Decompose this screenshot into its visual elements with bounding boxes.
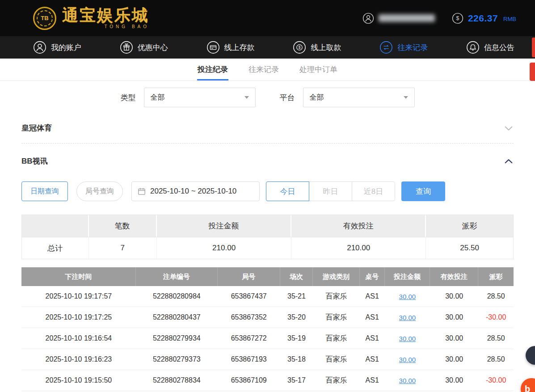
cell-game-type: 百家乐 [313, 286, 359, 307]
cell-game-type: 百家乐 [313, 349, 359, 370]
balance-display[interactable]: $ 226.37 RMB [452, 13, 516, 24]
cell-bet-id: 522880280437 [136, 307, 218, 328]
bet-amount-link[interactable]: 30.00 [399, 377, 416, 384]
crown-sports-title: 皇冠体育 [21, 123, 52, 133]
summary-total-payout: 25.50 [426, 237, 513, 259]
search-button[interactable]: 查询 [401, 181, 445, 201]
brand-name-cn: 通宝娱乐城 [62, 7, 149, 23]
date-query-button[interactable]: 日期查询 [21, 181, 68, 201]
section-bb-video: BB视讯 [21, 143, 514, 174]
platform-filter-select[interactable]: 全部 [303, 88, 415, 107]
nav-label: 线上取款 [311, 42, 341, 53]
tab-betting-records[interactable]: 投注纪录 [198, 59, 228, 80]
page: TB 通宝娱乐城 TONG BAO $ 226. [0, 0, 535, 392]
cell-bet-id: 522880278834 [136, 370, 218, 391]
bet-amount-link[interactable]: 30.00 [399, 314, 416, 321]
bet-amount-link[interactable]: 30.00 [399, 356, 416, 363]
payout-cell: 28.50 [478, 328, 514, 349]
nav-item-my-account[interactable]: 我的账户 [33, 41, 81, 54]
cell-valid-bet: 30.00 [430, 307, 478, 328]
today-button[interactable]: 今日 [266, 181, 309, 201]
header-game-type: 游戏类别 [313, 267, 359, 286]
table-row: 2025-10-10 19:16:23 522880279373 6538671… [21, 349, 514, 370]
floating-widget-button[interactable] [526, 346, 535, 365]
cell-bet-time: 2025-10-10 19:17:57 [21, 286, 136, 307]
round-query-button[interactable]: 局号查询 [76, 181, 123, 201]
filter-bar: 类型 全部 平台 全部 [0, 81, 535, 114]
chevron-up-icon[interactable] [504, 156, 514, 166]
chip-label: TB [37, 10, 53, 26]
edge-red-widget[interactable] [530, 63, 535, 81]
nav-item-announcements[interactable]: 信息公告 [466, 41, 514, 54]
brand-name-en: TONG BAO [62, 24, 149, 29]
cell-table-no: AS1 [360, 370, 385, 391]
date-range-input[interactable]: 2025-10-10 ~ 2025-10-10 [131, 181, 260, 201]
records-icon [379, 41, 393, 54]
nav-label: 我的账户 [51, 42, 81, 53]
table-row: 2025-10-10 19:17:57 522880280984 6538674… [21, 286, 514, 307]
cell-table-no: AS1 [360, 286, 385, 307]
header-right: $ 226.37 RMB [362, 13, 516, 24]
cell-bet-time: 2025-10-10 19:16:54 [21, 328, 136, 349]
brand-logo[interactable]: TB 通宝娱乐城 TONG BAO [33, 7, 149, 30]
bets-table-header: 下注时间 注单编号 局号 场次 游戏类别 桌号 投注金额 有效投注 派彩 [21, 267, 514, 286]
svg-text:$: $ [299, 45, 301, 50]
cell-game-type: 百家乐 [313, 370, 359, 391]
summary-header-row: 笔数 投注金额 有效投注 派彩 [22, 215, 513, 237]
cell-table-no: AS1 [360, 328, 385, 349]
deposit-icon [206, 41, 220, 54]
type-filter-value: 全部 [151, 93, 244, 102]
cell-valid-bet: 30.00 [430, 349, 478, 370]
chat-floating-button[interactable]: b [521, 378, 535, 392]
bet-amount-link[interactable]: 30.00 [399, 293, 416, 300]
payout-cell: 28.50 [478, 349, 514, 370]
records-tabbar: 投注纪录 往来记录 处理中订单 [0, 59, 535, 81]
cell-game-type: 百家乐 [313, 307, 359, 328]
withdraw-icon: $ [293, 41, 306, 54]
last-8-days-button[interactable]: 近8日 [352, 181, 395, 201]
dollar-coin-icon: $ [452, 13, 463, 24]
tab-transaction-records[interactable]: 往来记录 [249, 59, 279, 80]
nav-item-promotions[interactable]: 优惠中心 [120, 41, 168, 54]
bet-amount-link[interactable]: 30.00 [399, 335, 416, 342]
brand-text: 通宝娱乐城 TONG BAO [62, 7, 149, 29]
summary-header-valid-bet: 有效投注 [291, 215, 426, 237]
calendar-icon [138, 187, 146, 195]
cell-round-no: 653867109 [218, 370, 280, 391]
type-filter-select[interactable]: 全部 [144, 88, 256, 107]
summary-header-count: 笔数 [89, 215, 157, 237]
table-row: 2025-10-10 19:17:25 522880280437 6538673… [21, 307, 514, 328]
tab-processing-orders[interactable]: 处理中订单 [299, 59, 337, 80]
account-icon [33, 41, 46, 54]
nav-item-deposit[interactable]: 线上存款 [206, 41, 255, 54]
cell-valid-bet: 30.00 [430, 286, 478, 307]
nav-item-withdraw[interactable]: $ 线上取款 [293, 41, 341, 54]
nav-label: 优惠中心 [138, 42, 168, 53]
user-icon [362, 13, 374, 24]
cell-round-no: 653867437 [218, 286, 280, 307]
header-round-no: 局号 [218, 267, 280, 286]
cell-bet-id: 522880279934 [136, 328, 218, 349]
cell-bet-time: 2025-10-10 19:15:50 [21, 370, 136, 391]
platform-filter-label: 平台 [280, 93, 295, 103]
account-menu[interactable] [362, 13, 435, 24]
chat-button-label: b [525, 384, 530, 392]
svg-text:$: $ [456, 15, 459, 21]
edge-red-widget-top[interactable] [532, 38, 535, 57]
date-range-value: 2025-10-10 ~ 2025-10-10 [150, 187, 236, 196]
cell-round-no: 653867352 [218, 307, 280, 328]
username-masked [379, 14, 435, 22]
cell-session: 35-18 [280, 349, 313, 370]
summary-total-label: 总计 [22, 237, 89, 259]
summary-total-count: 7 [89, 237, 157, 259]
cell-round-no: 653867193 [218, 349, 280, 370]
cell-valid-bet: 30.00 [430, 328, 478, 349]
cell-valid-bet: 30.00 [430, 370, 478, 391]
yesterday-button[interactable]: 昨日 [309, 181, 352, 201]
nav-item-transaction-records[interactable]: 往来记录 [379, 41, 428, 54]
chevron-down-icon [404, 96, 408, 99]
header-bet-id: 注单编号 [136, 267, 218, 286]
quick-range-group: 今日 昨日 近8日 [266, 181, 395, 201]
chevron-down-icon[interactable] [504, 123, 514, 133]
tab-label: 往来记录 [249, 64, 279, 75]
